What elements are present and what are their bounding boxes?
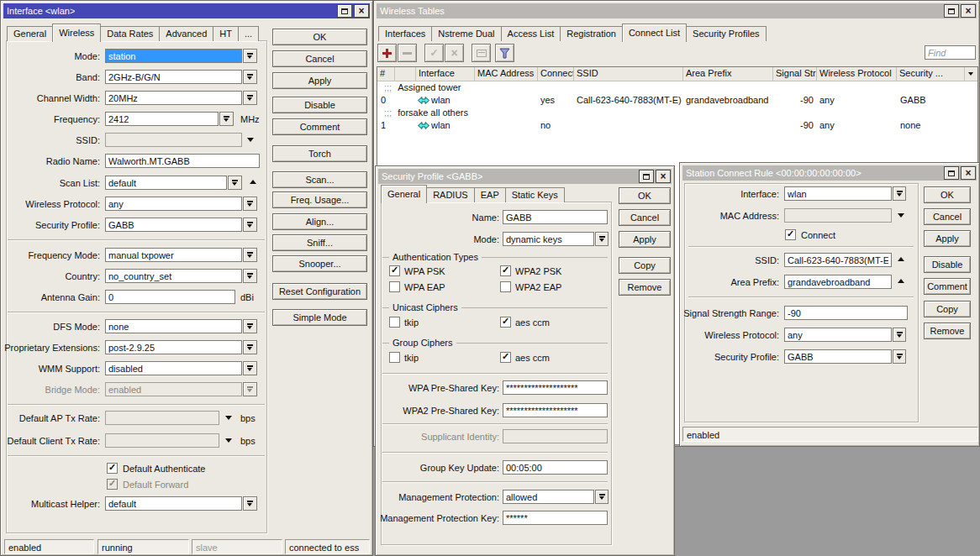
security-profile-input[interactable] bbox=[784, 349, 892, 364]
ssid-collapse-arrow-icon[interactable] bbox=[898, 257, 904, 261]
multicast-helper-dropdown-button[interactable] bbox=[243, 496, 257, 511]
management-protection-input[interactable] bbox=[503, 490, 594, 504]
wpa2-eap-checkbox[interactable] bbox=[500, 281, 511, 292]
scan-list-input[interactable] bbox=[105, 176, 227, 190]
disable-button[interactable]: Disable bbox=[272, 97, 367, 113]
mode-input[interactable] bbox=[105, 49, 242, 63]
remove-button[interactable] bbox=[398, 44, 417, 62]
remove-button[interactable]: Remove bbox=[619, 279, 671, 296]
close-button[interactable]: × bbox=[656, 170, 671, 183]
group-tkip-checkbox[interactable] bbox=[389, 352, 400, 363]
interface-dropdown-button[interactable] bbox=[893, 186, 906, 201]
tab-ht[interactable]: HT bbox=[213, 26, 239, 41]
enable-button[interactable]: ✓ bbox=[424, 44, 444, 62]
country-input[interactable] bbox=[105, 269, 242, 283]
column-header-ssid[interactable]: SSID bbox=[574, 67, 683, 81]
align-button[interactable]: Align... bbox=[272, 213, 367, 230]
wireless-protocol-input[interactable] bbox=[784, 328, 892, 342]
maximize-button[interactable] bbox=[337, 4, 352, 18]
tab-interfaces[interactable]: Interfaces bbox=[378, 26, 432, 41]
frequency-mode-input[interactable] bbox=[105, 248, 242, 262]
tab-static-keys[interactable]: Static Keys bbox=[505, 187, 565, 202]
proprietary-extensions-dropdown-button[interactable] bbox=[243, 340, 257, 354]
group-aes-ccm-checkbox[interactable] bbox=[500, 352, 511, 363]
column-header-area-prefix[interactable]: Area Prefix bbox=[683, 67, 773, 81]
table-comment-row[interactable]: ;;; forsake all others bbox=[384, 107, 964, 119]
country-dropdown-button[interactable] bbox=[243, 269, 257, 283]
mac-address-dropdown-arrow-icon[interactable] bbox=[898, 213, 904, 218]
wireless-protocol-dropdown-button[interactable] bbox=[893, 328, 906, 342]
column-select-button[interactable] bbox=[965, 67, 977, 81]
tab-more[interactable]: ... bbox=[238, 26, 259, 41]
multicast-helper-input[interactable] bbox=[105, 496, 242, 511]
unicast-aes-ccm-checkbox[interactable] bbox=[500, 317, 511, 328]
security-profile-dropdown-button[interactable] bbox=[243, 218, 257, 232]
dfs-mode-dropdown-button[interactable] bbox=[243, 319, 257, 333]
apply-button[interactable]: Apply bbox=[619, 231, 671, 248]
wireless-protocol-dropdown-button[interactable] bbox=[243, 197, 257, 211]
tab-security-profiles[interactable]: Security Profiles bbox=[686, 26, 766, 41]
torch-button[interactable]: Torch bbox=[272, 145, 367, 162]
dfs-mode-input[interactable] bbox=[105, 319, 242, 333]
cancel-button[interactable]: Cancel bbox=[924, 208, 971, 225]
name-input[interactable] bbox=[503, 210, 608, 224]
signal-strength-range-input[interactable] bbox=[784, 306, 908, 320]
ok-button[interactable]: OK bbox=[924, 186, 971, 203]
column-header-interface[interactable]: Interface bbox=[416, 67, 475, 81]
area-prefix-input[interactable] bbox=[784, 275, 892, 289]
wmm-support-dropdown-button[interactable] bbox=[243, 361, 257, 375]
ssid-input[interactable] bbox=[784, 253, 892, 267]
ok-button[interactable]: OK bbox=[272, 29, 367, 45]
tab-connect-list[interactable]: Connect List bbox=[622, 24, 687, 42]
group-key-update-input[interactable] bbox=[503, 460, 608, 475]
remove-button[interactable]: Remove bbox=[924, 323, 971, 339]
default-client-tx-rate-dropdown-arrow-icon[interactable] bbox=[225, 438, 232, 443]
interface-window-titlebar[interactable]: Interface <wlan> × bbox=[3, 3, 370, 18]
radio-name-input[interactable] bbox=[105, 154, 260, 168]
management-protection-dropdown-button[interactable] bbox=[595, 490, 609, 504]
copy-button[interactable]: Copy bbox=[924, 301, 971, 317]
add-button[interactable] bbox=[377, 44, 397, 62]
default-client-tx-rate-input[interactable] bbox=[105, 433, 219, 448]
tab-wireless[interactable]: Wireless bbox=[52, 24, 101, 42]
channel-width-dropdown-button[interactable] bbox=[243, 91, 257, 105]
tab-general[interactable]: General bbox=[381, 185, 427, 203]
wmm-support-input[interactable] bbox=[105, 361, 242, 375]
apply-button[interactable]: Apply bbox=[272, 72, 367, 89]
wireless-protocol-input[interactable] bbox=[105, 197, 242, 211]
tab-advanced[interactable]: Advanced bbox=[159, 26, 213, 41]
copy-button[interactable]: Copy bbox=[619, 257, 671, 274]
unicast-tkip-checkbox[interactable] bbox=[389, 317, 400, 328]
supplicant-identity-input[interactable] bbox=[503, 429, 608, 443]
station-connect-rule-titlebar[interactable]: Station Connect Rule <00:00:00:00:00:00>… bbox=[682, 165, 977, 181]
maximize-button[interactable] bbox=[944, 166, 959, 180]
maximize-button[interactable] bbox=[639, 170, 654, 183]
comment-button[interactable]: Comment bbox=[924, 278, 971, 295]
disable-button[interactable]: × bbox=[445, 44, 464, 62]
wpa-psk-checkbox[interactable] bbox=[389, 265, 400, 276]
default-authenticate-checkbox[interactable] bbox=[107, 463, 118, 474]
reset-configuration-button[interactable]: Reset Configuration bbox=[272, 283, 367, 300]
tab-eap[interactable]: EAP bbox=[474, 187, 506, 202]
sniff-button[interactable]: Sniff... bbox=[272, 234, 367, 251]
band-dropdown-button[interactable] bbox=[243, 70, 257, 84]
scan-list-collapse-arrow-icon[interactable] bbox=[250, 180, 256, 184]
column-header-connect[interactable]: Connect bbox=[538, 67, 574, 81]
default-ap-tx-rate-input[interactable] bbox=[105, 411, 219, 425]
column-header-signal-strength[interactable]: Signal Str... bbox=[773, 67, 817, 81]
disable-button[interactable]: Disable bbox=[924, 256, 971, 273]
tab-access-list[interactable]: Access List bbox=[501, 26, 561, 41]
proprietary-extensions-input[interactable] bbox=[105, 340, 242, 354]
apply-button[interactable]: Apply bbox=[924, 230, 971, 247]
scan-list-dropdown-button[interactable] bbox=[228, 176, 242, 190]
close-button[interactable]: × bbox=[961, 4, 976, 18]
mode-dropdown-button[interactable] bbox=[595, 232, 609, 246]
column-header-mac-address[interactable]: MAC Address bbox=[475, 67, 538, 81]
frequency-mode-dropdown-button[interactable] bbox=[243, 248, 257, 262]
filter-button[interactable] bbox=[495, 44, 514, 62]
snooper-button[interactable]: Snooper... bbox=[272, 255, 367, 272]
wireless-tables-titlebar[interactable]: Wireless Tables × bbox=[377, 3, 977, 18]
comment-button[interactable] bbox=[472, 44, 491, 62]
mode-input[interactable] bbox=[503, 232, 594, 246]
bridge-mode-input[interactable] bbox=[105, 382, 242, 396]
